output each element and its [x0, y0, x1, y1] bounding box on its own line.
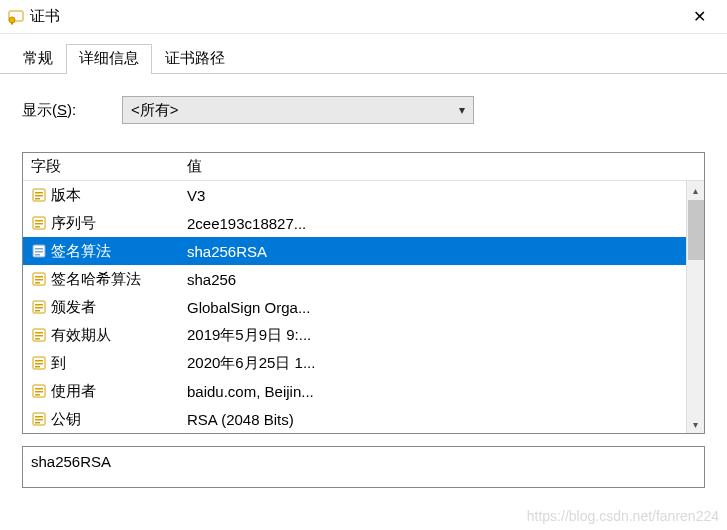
list-header: 字段 值 — [23, 153, 704, 181]
table-row[interactable]: 颁发者GlobalSign Orga... — [23, 293, 704, 321]
field-icon — [31, 327, 47, 343]
table-row[interactable]: 使用者baidu.com, Beijin... — [23, 377, 704, 405]
svg-rect-35 — [35, 416, 43, 418]
svg-rect-37 — [35, 422, 40, 424]
svg-rect-36 — [35, 419, 43, 421]
field-icon — [31, 243, 47, 259]
field-icon — [31, 271, 47, 287]
field-cell: 版本 — [23, 186, 183, 205]
svg-rect-11 — [35, 248, 43, 250]
close-icon: ✕ — [693, 7, 706, 26]
field-cell: 有效期从 — [23, 326, 183, 345]
detail-value-text: sha256RSA — [31, 453, 111, 470]
show-row: 显示(S): <所有> ▾ — [22, 96, 705, 124]
svg-rect-28 — [35, 363, 43, 365]
svg-rect-7 — [35, 220, 43, 222]
column-header-field[interactable]: 字段 — [23, 157, 183, 176]
close-button[interactable]: ✕ — [679, 4, 719, 30]
field-label: 颁发者 — [51, 298, 96, 317]
field-icon — [31, 299, 47, 315]
show-label: 显示(S): — [22, 101, 122, 120]
field-icon — [31, 187, 47, 203]
svg-rect-8 — [35, 223, 43, 225]
svg-rect-3 — [35, 192, 43, 194]
table-row[interactable]: 到2020年6月25日 1... — [23, 349, 704, 377]
detail-value-box[interactable]: sha256RSA — [22, 446, 705, 488]
svg-rect-19 — [35, 304, 43, 306]
svg-rect-21 — [35, 310, 40, 312]
svg-rect-5 — [35, 198, 40, 200]
show-select-value: <所有> — [131, 101, 179, 120]
field-label: 签名算法 — [51, 242, 111, 261]
svg-rect-4 — [35, 195, 43, 197]
fields-listbox: 字段 值 版本V3序列号2cee193c18827...签名算法sha256RS… — [22, 152, 705, 434]
list-body: 版本V3序列号2cee193c18827...签名算法sha256RSA签名哈希… — [23, 181, 704, 433]
watermark: https://blog.csdn.net/fanren224 — [527, 508, 719, 524]
table-row[interactable]: 序列号2cee193c18827... — [23, 209, 704, 237]
table-row[interactable]: 签名算法sha256RSA — [23, 237, 704, 265]
svg-rect-32 — [35, 391, 43, 393]
column-header-value[interactable]: 值 — [183, 157, 704, 176]
field-cell: 序列号 — [23, 214, 183, 233]
tab-details[interactable]: 详细信息 — [66, 44, 152, 74]
window-title: 证书 — [30, 7, 679, 26]
field-label: 使用者 — [51, 382, 96, 401]
field-cell: 公钥 — [23, 410, 183, 429]
scroll-up-icon[interactable]: ▴ — [687, 181, 705, 199]
table-row[interactable]: 版本V3 — [23, 181, 704, 209]
value-cell: 2020年6月25日 1... — [183, 354, 704, 373]
svg-rect-25 — [35, 338, 40, 340]
svg-rect-24 — [35, 335, 43, 337]
field-label: 到 — [51, 354, 66, 373]
field-label: 公钥 — [51, 410, 81, 429]
field-label: 版本 — [51, 186, 81, 205]
svg-rect-9 — [35, 226, 40, 228]
field-cell: 签名算法 — [23, 242, 183, 261]
svg-rect-33 — [35, 394, 40, 396]
svg-rect-17 — [35, 282, 40, 284]
svg-rect-15 — [35, 276, 43, 278]
svg-rect-29 — [35, 366, 40, 368]
svg-rect-23 — [35, 332, 43, 334]
value-cell: sha256 — [183, 271, 704, 288]
field-icon — [31, 215, 47, 231]
field-icon — [31, 355, 47, 371]
show-select[interactable]: <所有> ▾ — [122, 96, 474, 124]
value-cell: GlobalSign Orga... — [183, 299, 704, 316]
tab-general[interactable]: 常规 — [10, 44, 66, 74]
scroll-thumb[interactable] — [688, 200, 704, 260]
certificate-icon — [8, 9, 24, 25]
value-cell: V3 — [183, 187, 704, 204]
tab-body: 显示(S): <所有> ▾ 字段 值 版本V3序列号2cee193c18827.… — [0, 74, 727, 498]
svg-rect-12 — [35, 251, 43, 253]
svg-rect-16 — [35, 279, 43, 281]
svg-rect-31 — [35, 388, 43, 390]
field-label: 序列号 — [51, 214, 96, 233]
field-icon — [31, 383, 47, 399]
field-label: 有效期从 — [51, 326, 111, 345]
field-cell: 签名哈希算法 — [23, 270, 183, 289]
value-cell: sha256RSA — [183, 243, 704, 260]
svg-rect-27 — [35, 360, 43, 362]
table-row[interactable]: 签名哈希算法sha256 — [23, 265, 704, 293]
value-cell: 2cee193c18827... — [183, 215, 704, 232]
value-cell: 2019年5月9日 9:... — [183, 326, 704, 345]
tab-cert-path[interactable]: 证书路径 — [152, 44, 238, 74]
table-row[interactable]: 有效期从2019年5月9日 9:... — [23, 321, 704, 349]
field-cell: 使用者 — [23, 382, 183, 401]
tab-bar: 常规 详细信息 证书路径 — [0, 34, 727, 74]
value-cell: baidu.com, Beijin... — [183, 383, 704, 400]
svg-rect-20 — [35, 307, 43, 309]
scrollbar[interactable]: ▴ ▾ — [686, 181, 704, 433]
field-cell: 颁发者 — [23, 298, 183, 317]
titlebar: 证书 ✕ — [0, 0, 727, 34]
field-icon — [31, 411, 47, 427]
field-cell: 到 — [23, 354, 183, 373]
chevron-down-icon: ▾ — [459, 103, 465, 117]
scroll-down-icon[interactable]: ▾ — [687, 415, 705, 433]
table-row[interactable]: 公钥RSA (2048 Bits) — [23, 405, 704, 433]
field-label: 签名哈希算法 — [51, 270, 141, 289]
svg-rect-13 — [35, 254, 40, 256]
value-cell: RSA (2048 Bits) — [183, 411, 704, 428]
